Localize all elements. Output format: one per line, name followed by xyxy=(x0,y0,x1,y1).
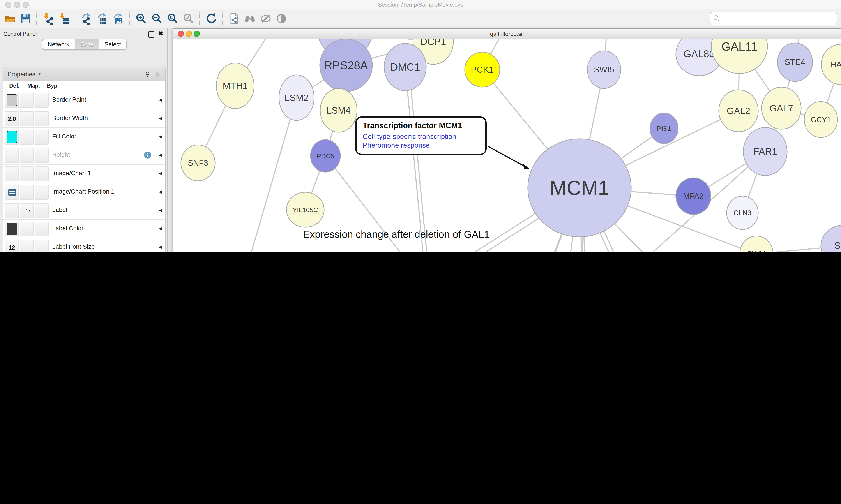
network-node-PIS1[interactable]: PIS1 xyxy=(650,113,678,144)
def-cell[interactable]: 12 xyxy=(5,240,19,252)
network-node-PDC5[interactable]: PDC5 xyxy=(310,140,340,172)
refresh-view-icon[interactable] xyxy=(203,11,219,26)
byp-cell[interactable] xyxy=(35,203,49,218)
collapse-all-icon[interactable]: ≪ xyxy=(155,71,161,77)
network-node-HAP2[interactable]: HAP2 xyxy=(821,44,841,85)
network-node-FAR1[interactable]: FAR1 xyxy=(743,127,787,176)
byp-cell[interactable] xyxy=(35,111,49,126)
tab-style[interactable]: Style xyxy=(75,39,99,50)
network-node-GAL11[interactable]: GAL11 xyxy=(711,38,767,74)
zoom-in-icon[interactable] xyxy=(133,11,149,26)
property-row[interactable]: Image/Chart Position 1◀ xyxy=(3,183,165,201)
map-cell[interactable]: ⋮› xyxy=(20,203,34,218)
zoom-fit-icon[interactable] xyxy=(165,11,180,26)
byp-cell[interactable] xyxy=(35,166,49,181)
zoom-selected-icon[interactable] xyxy=(180,11,196,26)
expand-row-icon[interactable]: ◀ xyxy=(159,98,162,102)
def-cell[interactable] xyxy=(5,221,19,236)
import-network-icon[interactable] xyxy=(40,11,56,26)
property-row[interactable]: Heighti◀ xyxy=(3,146,165,165)
close-panel-icon[interactable]: ✖ xyxy=(158,30,163,37)
network-node-CLN3[interactable]: CLN3 xyxy=(727,196,758,230)
def-cell[interactable] xyxy=(5,185,19,200)
def-cell[interactable] xyxy=(5,166,19,181)
binoculars-icon[interactable] xyxy=(242,11,257,26)
map-cell[interactable] xyxy=(20,240,34,252)
expand-row-icon[interactable]: ◀ xyxy=(159,116,162,121)
network-window-titlebar[interactable]: galFiltered.sif xyxy=(174,29,841,39)
property-row[interactable]: 2.0Border Width◀ xyxy=(3,109,165,128)
network-node-SLT2[interactable]: SLT2 xyxy=(821,224,841,252)
map-cell[interactable] xyxy=(20,93,34,108)
search-input[interactable] xyxy=(710,12,837,25)
network-node-MFA2[interactable]: MFA2 xyxy=(676,178,711,215)
def-cell[interactable] xyxy=(5,148,19,163)
zoom-out-icon[interactable] xyxy=(149,11,165,26)
def-cell[interactable] xyxy=(5,93,19,108)
export-table-icon[interactable] xyxy=(95,11,110,26)
network-node-SWI5[interactable]: SWI5 xyxy=(587,51,621,88)
network-canvas[interactable]: RPS28BRPS28ADCP1DMC1PCK1SWI5GAL80GAL11ST… xyxy=(174,38,841,252)
byp-cell[interactable] xyxy=(35,221,49,236)
annotation-callout[interactable]: Transcription factor MCM1 Cell-type-spec… xyxy=(355,116,487,155)
tab-network[interactable]: Network xyxy=(42,39,75,50)
map-cell[interactable] xyxy=(20,185,34,200)
map-cell[interactable] xyxy=(20,221,34,236)
property-label: Label Font Size xyxy=(52,243,95,250)
map-cell[interactable] xyxy=(20,111,34,126)
byp-cell[interactable] xyxy=(35,93,49,108)
network-node-YIL105C[interactable]: YIL105C xyxy=(286,192,324,227)
property-row[interactable]: Label Color◀ xyxy=(3,220,165,238)
property-row[interactable]: Border Paint◀ xyxy=(3,91,165,109)
property-row[interactable]: 12Label Font Size◀ xyxy=(3,238,165,252)
contrast-icon[interactable] xyxy=(273,11,289,26)
expand-row-icon[interactable]: ◀ xyxy=(159,227,162,231)
expand-row-icon[interactable]: ◀ xyxy=(159,245,162,249)
network-node-STE4[interactable]: STE4 xyxy=(777,43,812,82)
expand-row-icon[interactable]: ◀ xyxy=(159,190,162,194)
network-node-SWI4[interactable]: SWI4 xyxy=(740,236,773,252)
export-image-icon[interactable] xyxy=(110,11,126,26)
network-graph: RPS28BRPS28ADCP1DMC1PCK1SWI5GAL80GAL11ST… xyxy=(174,38,841,252)
network-node-GAL7[interactable]: GAL7 xyxy=(762,87,801,129)
property-row[interactable]: Fill Color◀ xyxy=(3,128,165,146)
expand-row-icon[interactable]: ◀ xyxy=(159,153,162,157)
property-row[interactable]: Image/Chart 1◀ xyxy=(3,165,165,183)
map-cell[interactable] xyxy=(20,130,34,144)
expand-row-icon[interactable]: ◀ xyxy=(159,171,162,176)
network-node-PCK1[interactable]: PCK1 xyxy=(465,52,500,87)
expand-all-icon[interactable]: ≫ xyxy=(145,71,150,77)
byp-cell[interactable] xyxy=(35,185,49,200)
expand-row-icon[interactable]: ◀ xyxy=(159,208,162,212)
import-table-icon[interactable] xyxy=(56,11,72,26)
duplicate-network-view-icon[interactable] xyxy=(226,11,242,26)
properties-header[interactable]: Properties ▾ ≫ ≪ xyxy=(3,68,165,81)
network-node-DMC1[interactable]: DMC1 xyxy=(384,43,426,91)
def-cell[interactable]: 2.0 xyxy=(5,111,19,126)
open-session-icon[interactable] xyxy=(2,11,18,26)
def-cell[interactable] xyxy=(5,130,19,144)
network-node-MTH1[interactable]: MTH1 xyxy=(216,63,254,109)
hide-eye-icon[interactable] xyxy=(257,11,273,26)
byp-cell[interactable] xyxy=(35,240,49,252)
byp-cell[interactable] xyxy=(35,130,49,144)
network-node-LSM4[interactable]: LSM4 xyxy=(320,88,357,132)
map-cell[interactable] xyxy=(20,148,34,163)
network-node-RPS28A[interactable]: RPS28A xyxy=(320,39,372,91)
network-node-LSM2[interactable]: LSM2 xyxy=(279,75,314,121)
export-network-icon[interactable] xyxy=(79,11,95,26)
expand-row-icon[interactable]: ◀ xyxy=(159,134,162,139)
network-node-GCY1[interactable]: GCY1 xyxy=(804,102,838,138)
save-session-icon[interactable] xyxy=(18,11,33,26)
svg-text:RPS28A: RPS28A xyxy=(324,59,368,72)
network-node-MCM1[interactable]: MCM1 xyxy=(528,139,631,237)
map-cell[interactable] xyxy=(20,166,34,181)
network-node-SNF3[interactable]: SNF3 xyxy=(181,145,215,181)
def-cell[interactable] xyxy=(5,203,19,218)
byp-cell[interactable] xyxy=(35,148,49,163)
tab-select[interactable]: Select xyxy=(99,39,126,50)
info-icon[interactable]: i xyxy=(144,151,151,159)
network-node-GAL2[interactable]: GAL2 xyxy=(719,90,758,132)
float-panel-icon[interactable] xyxy=(148,31,154,38)
property-row[interactable]: ⋮›Label◀ xyxy=(3,201,165,220)
